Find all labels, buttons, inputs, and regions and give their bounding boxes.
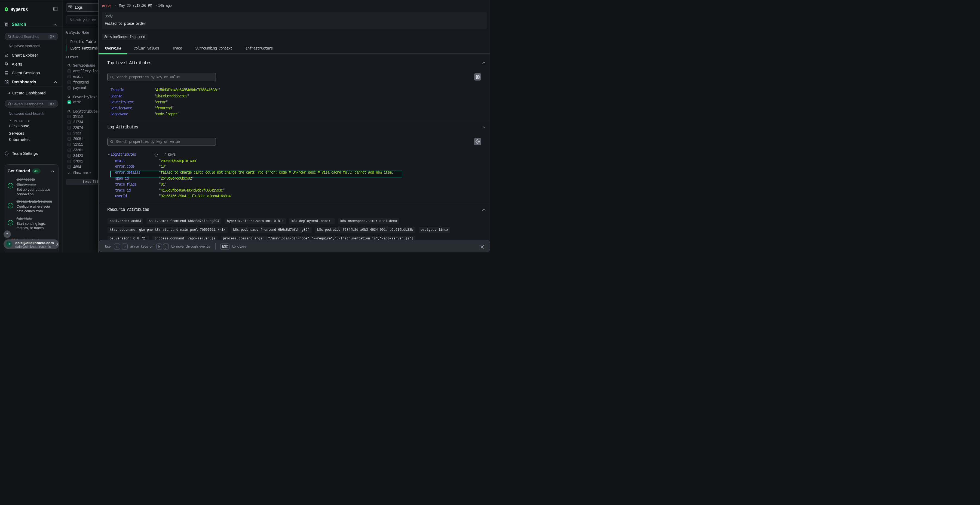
svg-text:HyperDX: HyperDX [11,7,28,12]
